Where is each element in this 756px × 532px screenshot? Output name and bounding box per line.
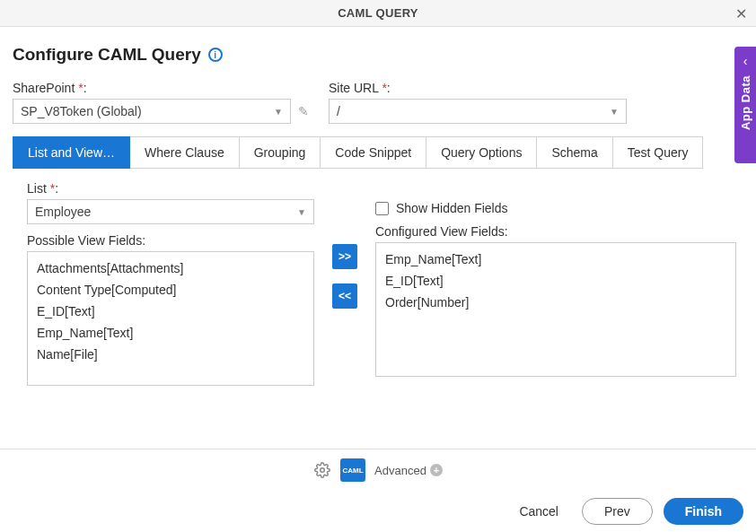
chevron-left-icon: ‹ bbox=[743, 54, 748, 68]
tab-schema[interactable]: Schema bbox=[537, 136, 612, 169]
tab-query-options[interactable]: Query Options bbox=[426, 136, 537, 169]
possible-fields-label: Possible View Fields: bbox=[27, 233, 314, 248]
tab-code-snippet[interactable]: Code Snippet bbox=[321, 136, 426, 169]
sharepoint-label: SharePoint *: bbox=[13, 81, 311, 95]
app-data-label: App Data bbox=[739, 75, 752, 130]
info-icon[interactable]: i bbox=[208, 48, 223, 62]
list-item[interactable]: Emp_Name[Text] bbox=[28, 322, 313, 344]
chevron-down-icon: ▼ bbox=[297, 207, 306, 217]
list-item[interactable]: Emp_Name[Text] bbox=[376, 249, 735, 270]
remove-field-button[interactable]: << bbox=[332, 283, 357, 309]
siteurl-select[interactable]: / ▼ bbox=[329, 99, 627, 124]
tab-where-clause[interactable]: Where Clause bbox=[130, 136, 240, 169]
caml-icon[interactable]: CAML bbox=[340, 458, 365, 482]
app-data-panel-tab[interactable]: ‹ App Data bbox=[734, 47, 756, 163]
close-icon[interactable]: ✕ bbox=[735, 4, 747, 22]
sharepoint-select[interactable]: SP_V8Token (Global) ▼ bbox=[13, 99, 291, 124]
add-field-button[interactable]: >> bbox=[332, 244, 357, 269]
svg-point-0 bbox=[321, 468, 325, 473]
chevron-down-icon: ▼ bbox=[610, 107, 619, 117]
possible-fields-list[interactable]: Attachments[Attachments] Content Type[Co… bbox=[27, 251, 314, 386]
dialog-title: CAML QUERY bbox=[338, 6, 418, 20]
required-indicator: * bbox=[78, 81, 83, 95]
list-item[interactable]: Order[Number] bbox=[376, 292, 735, 313]
list-item[interactable]: Content Type[Computed] bbox=[28, 279, 313, 301]
edit-icon[interactable]: ✎ bbox=[296, 104, 311, 118]
tabs-container: List and View… Where Clause Grouping Cod… bbox=[13, 136, 743, 169]
list-item[interactable]: Name[File] bbox=[28, 344, 313, 365]
list-item[interactable]: Attachments[Attachments] bbox=[28, 257, 313, 279]
advanced-toggle[interactable]: Advanced + bbox=[374, 464, 443, 477]
finish-button[interactable]: Finish bbox=[664, 498, 743, 525]
chevron-down-icon: ▼ bbox=[274, 107, 283, 117]
configured-fields-list[interactable]: Emp_Name[Text] E_ID[Text] Order[Number] bbox=[375, 242, 736, 377]
page-title: Configure CAML Query i bbox=[13, 45, 743, 65]
required-indicator: * bbox=[382, 81, 386, 95]
gear-icon[interactable] bbox=[313, 461, 331, 479]
tab-list-and-view[interactable]: List and View… bbox=[13, 136, 130, 169]
list-select[interactable]: Employee ▼ bbox=[27, 199, 314, 224]
siteurl-label: Site URL *: bbox=[329, 81, 627, 95]
list-label: List *: bbox=[27, 181, 314, 196]
list-item[interactable]: E_ID[Text] bbox=[28, 301, 313, 322]
footer: Cancel Prev Finish bbox=[0, 491, 756, 532]
show-hidden-label: Show Hidden Fields bbox=[396, 201, 508, 215]
configured-fields-label: Configured View Fields: bbox=[375, 224, 736, 239]
show-hidden-checkbox[interactable] bbox=[375, 202, 389, 215]
page-title-text: Configure CAML Query bbox=[13, 45, 201, 65]
plus-icon: + bbox=[430, 464, 443, 476]
prev-button[interactable]: Prev bbox=[582, 498, 653, 525]
required-indicator: * bbox=[50, 181, 55, 196]
dialog-header: CAML QUERY ✕ bbox=[0, 0, 756, 27]
tab-grouping[interactable]: Grouping bbox=[240, 136, 321, 169]
tab-test-query[interactable]: Test Query bbox=[613, 136, 704, 169]
toolbar: CAML Advanced + bbox=[0, 449, 756, 491]
list-item[interactable]: E_ID[Text] bbox=[376, 270, 735, 292]
cancel-button[interactable]: Cancel bbox=[506, 498, 571, 525]
